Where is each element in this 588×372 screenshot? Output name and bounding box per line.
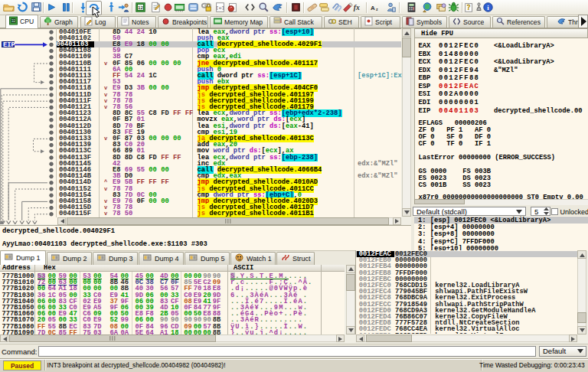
svg-text:32: 32 [11,19,16,23]
svg-text:12: 12 [138,5,143,10]
svg-text:?: ? [467,3,471,11]
svg-text:z: z [375,7,377,11]
svg-text:[o]: [o] [215,5,224,11]
svg-text:fx: fx [354,3,360,11]
svg-text:A: A [370,5,374,11]
